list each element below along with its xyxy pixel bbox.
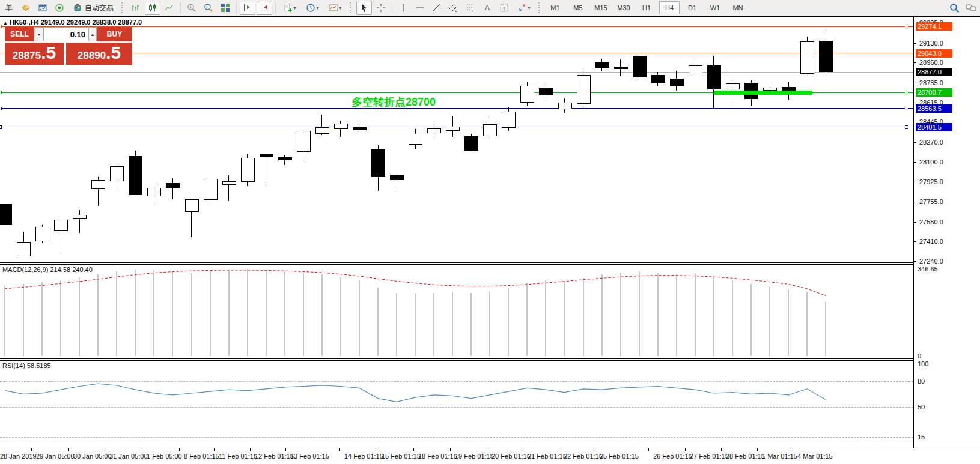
candle	[726, 83, 740, 89]
new-order-button[interactable]: 单	[1, 1, 17, 15]
price-tick-label: 28785.0	[919, 79, 943, 86]
spin-down-icon: ▼	[37, 32, 41, 37]
crosshair-tool-button[interactable]	[373, 1, 389, 15]
rsi-level-value: 15	[918, 433, 925, 441]
zoom-out-button[interactable]	[201, 1, 216, 15]
horizontal-price-line[interactable]	[0, 26, 913, 27]
templates-button[interactable]: ▾	[324, 1, 346, 15]
trading-platform-window: 单 自动交易	[0, 0, 980, 464]
horizontal-price-line[interactable]	[0, 53, 913, 53]
pane-separator[interactable]	[0, 262, 980, 263]
cursor-tool-button[interactable]	[356, 1, 372, 15]
time-tick-mark	[721, 448, 722, 451]
time-axis[interactable]: 28 Jan 201929 Jan 05:0030 Jan 05:0031 Ja…	[0, 448, 980, 464]
time-tick-mark	[559, 448, 559, 451]
toolbar-separator	[275, 2, 276, 13]
line-handle-marker[interactable]	[0, 91, 2, 94]
line-handle-marker[interactable]	[905, 125, 908, 129]
line-chart-button[interactable]	[162, 1, 177, 15]
cursor-icon	[359, 3, 369, 13]
buy-price-display[interactable]: 28890.5	[66, 43, 132, 65]
candle	[539, 88, 553, 95]
equidistant-channel-tool-button[interactable]: E	[446, 1, 461, 15]
timeframe-button-H4[interactable]: H4	[659, 1, 680, 14]
autotrade-button[interactable]: 自动交易	[68, 1, 118, 15]
timeframe-button-M15[interactable]: M15	[591, 1, 611, 14]
sell-price-frac: .5	[41, 43, 56, 63]
chart-title: ▲HK50-,H4 29149.0 29249.0 28838.0 28877.…	[3, 19, 142, 26]
time-tick-mark	[793, 448, 793, 451]
mql-market-icon[interactable]	[18, 1, 34, 15]
chart-annotation-text[interactable]: 多空转折点28700	[352, 95, 436, 109]
main-chart-pane[interactable]: 多空转折点28700	[0, 17, 913, 262]
price-tick-label: 27925.0	[919, 178, 943, 185]
horizontal-line-tool-button[interactable]	[412, 1, 428, 15]
volume-increase-button[interactable]: ▲	[88, 27, 97, 41]
search-button[interactable]	[946, 1, 962, 15]
chart-shift-button[interactable]	[240, 1, 255, 15]
line-handle-marker[interactable]	[0, 125, 2, 129]
arrows-tool-button[interactable]: ▾	[513, 1, 535, 15]
trendline-segment[interactable]	[714, 91, 812, 95]
candlestick-chart-button[interactable]	[145, 1, 160, 15]
candle-wick	[79, 210, 80, 233]
timeframe-button-M1[interactable]: M1	[545, 1, 565, 14]
timeframe-button-H1[interactable]: H1	[636, 1, 657, 14]
bar-chart-icon	[131, 3, 141, 13]
sell-button[interactable]: SELL	[5, 27, 34, 41]
price-tick-label: 28100.0	[919, 158, 943, 166]
time-tick-mark	[105, 448, 105, 451]
volume-input[interactable]: 0.10	[43, 27, 89, 41]
toolbar-drag-handle	[538, 2, 541, 13]
volume-decrease-button[interactable]: ▼	[35, 27, 43, 41]
toolbar-separator	[392, 2, 392, 13]
vertical-line-tool-button[interactable]	[395, 1, 411, 15]
zoom-in-button[interactable]	[184, 1, 199, 15]
auto-scroll-button[interactable]	[257, 1, 272, 15]
line-handle-marker[interactable]	[905, 91, 908, 94]
chat-button[interactable]	[963, 1, 979, 15]
signals-icon[interactable]	[52, 1, 67, 15]
panel-toggle-icon[interactable]: ▲	[3, 20, 8, 26]
candle	[222, 181, 236, 185]
sell-price-display[interactable]: 28875.5	[5, 43, 64, 65]
timeframe-button-D1[interactable]: D1	[682, 1, 702, 14]
buy-button[interactable]: BUY	[97, 27, 132, 41]
price-axis[interactable]: 29305.029130.028960.028785.028615.028445…	[913, 17, 980, 448]
timeframe-button-MN[interactable]: MN	[728, 1, 748, 14]
time-axis-label: 1 Mar 01:15	[762, 453, 797, 460]
timeframe-button-W1[interactable]: W1	[705, 1, 725, 14]
dropdown-caret-icon: ▾	[339, 5, 341, 11]
line-handle-marker[interactable]	[905, 25, 908, 28]
timeframe-button-M5[interactable]: M5	[568, 1, 588, 14]
periods-button[interactable]: ▾	[302, 1, 323, 15]
candle	[502, 112, 516, 128]
candle-wick	[266, 154, 266, 184]
trendline-tool-button[interactable]	[429, 1, 445, 15]
tile-windows-button[interactable]	[218, 1, 233, 15]
buy-price-frac: .5	[106, 43, 121, 63]
line-handle-marker[interactable]	[905, 107, 908, 110]
fibonacci-tool-button[interactable]: F	[463, 1, 478, 15]
line-handle-marker[interactable]	[0, 107, 2, 110]
timeframe-group: M1M5M15M30H1H4D1W1MN	[545, 1, 748, 14]
open-chart-icon[interactable]	[35, 1, 50, 15]
line-handle-marker[interactable]	[0, 25, 2, 28]
bar-chart-button[interactable]	[128, 1, 144, 15]
time-axis-label: 21 Feb 01:15	[528, 453, 567, 460]
chart-window-icon	[38, 3, 47, 13]
text-label-tool-button[interactable]: T	[496, 1, 512, 15]
price-tick-mark	[914, 62, 916, 63]
timeframe-button-M30[interactable]: M30	[613, 1, 634, 14]
time-axis-label: 26 Feb 01:15	[653, 453, 692, 460]
horizontal-price-line[interactable]	[0, 108, 913, 109]
horizontal-price-line[interactable]	[0, 72, 913, 73]
price-tag: 28877.0	[916, 68, 952, 76]
pane-separator[interactable]	[0, 358, 980, 359]
text-tool-button[interactable]: A	[479, 1, 495, 15]
add-indicator-button[interactable]: ▾	[279, 1, 300, 15]
price-tick-mark	[914, 202, 916, 202]
rsi-pane[interactable]: RSI(14) 58.5185	[0, 361, 913, 448]
macd-pane[interactable]: MACD(12,26,9) 214.58 240.40	[0, 265, 913, 358]
time-tick-mark	[142, 448, 142, 451]
